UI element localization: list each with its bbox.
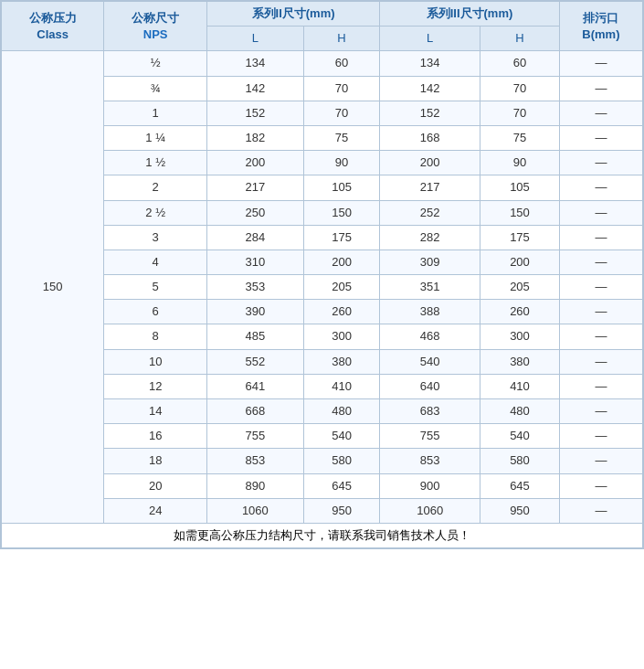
- drain-cell: —: [559, 498, 642, 523]
- s3h-cell: 75: [480, 125, 560, 150]
- data-table: 公称压力 Class 公称尺寸 NPS 系列II尺寸(mm) 系列III尺寸(m…: [1, 1, 643, 548]
- drain-cell: —: [559, 225, 642, 250]
- drain-cell: —: [559, 473, 642, 498]
- s2l-cell: 250: [206, 200, 303, 225]
- s2h-cell: 540: [303, 424, 379, 449]
- s2l-cell: 310: [206, 250, 303, 274]
- header-s3H: H: [480, 27, 560, 51]
- s3h-cell: 150: [480, 200, 560, 225]
- s2h-cell: 70: [303, 101, 379, 125]
- header-row-1: 公称压力 Class 公称尺寸 NPS 系列II尺寸(mm) 系列III尺寸(m…: [2, 2, 643, 27]
- s3h-cell: 645: [480, 473, 560, 498]
- s3h-cell: 580: [480, 449, 560, 473]
- nps-cell: ½: [104, 51, 206, 76]
- drain-cell: —: [559, 424, 642, 449]
- nps-cell: 2: [104, 175, 206, 200]
- header-s2H: H: [303, 27, 379, 51]
- s2h-cell: 260: [303, 300, 379, 324]
- nps-cell: 1 ¼: [104, 125, 206, 150]
- s2l-cell: 1060: [206, 498, 303, 523]
- nps-cell: ¾: [104, 76, 206, 101]
- s2l-cell: 755: [206, 424, 303, 449]
- s3l-cell: 388: [380, 300, 480, 324]
- header-s3L: L: [380, 27, 480, 51]
- s3l-cell: 351: [380, 275, 480, 300]
- s2h-cell: 950: [303, 498, 379, 523]
- s3l-cell: 252: [380, 200, 480, 225]
- nps-cell: 4: [104, 250, 206, 274]
- nps-cell: 6: [104, 300, 206, 324]
- nps-cell: 1 ½: [104, 151, 206, 175]
- s2h-cell: 90: [303, 151, 379, 175]
- header-nps: 公称尺寸 NPS: [104, 2, 206, 51]
- drain-cell: —: [559, 175, 642, 200]
- s3h-cell: 380: [480, 349, 560, 374]
- s3l-cell: 152: [380, 101, 480, 125]
- s3h-cell: 90: [480, 151, 560, 175]
- nps-cell: 18: [104, 449, 206, 473]
- s3l-cell: 217: [380, 175, 480, 200]
- s3l-cell: 200: [380, 151, 480, 175]
- s3l-cell: 1060: [380, 498, 480, 523]
- s2l-cell: 134: [206, 51, 303, 76]
- s2h-cell: 645: [303, 473, 379, 498]
- s2l-cell: 200: [206, 151, 303, 175]
- s2h-cell: 70: [303, 76, 379, 101]
- s3l-cell: 755: [380, 424, 480, 449]
- class-cell: 150: [2, 51, 104, 524]
- s3l-cell: 683: [380, 399, 480, 424]
- drain-cell: —: [559, 349, 642, 374]
- s2l-cell: 284: [206, 225, 303, 250]
- s3h-cell: 60: [480, 51, 560, 76]
- nps-cell: 8: [104, 324, 206, 349]
- footer-text: 如需更高公称压力结构尺寸，请联系我司销售技术人员！: [2, 523, 643, 547]
- drain-cell: —: [559, 51, 642, 76]
- s2l-cell: 182: [206, 125, 303, 150]
- s3h-cell: 260: [480, 300, 560, 324]
- s3h-cell: 200: [480, 250, 560, 274]
- drain-cell: —: [559, 76, 642, 101]
- header-s2L: L: [206, 27, 303, 51]
- table-body: 150½1346013460—¾1427014270—11527015270—1…: [2, 51, 643, 524]
- s3l-cell: 640: [380, 374, 480, 398]
- s3l-cell: 900: [380, 473, 480, 498]
- nps-cell: 24: [104, 498, 206, 523]
- s2l-cell: 217: [206, 175, 303, 200]
- s2h-cell: 150: [303, 200, 379, 225]
- drain-cell: —: [559, 399, 642, 424]
- s3h-cell: 175: [480, 225, 560, 250]
- nps-cell: 5: [104, 275, 206, 300]
- s2h-cell: 105: [303, 175, 379, 200]
- nps-cell: 20: [104, 473, 206, 498]
- s2l-cell: 485: [206, 324, 303, 349]
- s2l-cell: 390: [206, 300, 303, 324]
- s3l-cell: 168: [380, 125, 480, 150]
- drain-cell: —: [559, 125, 642, 150]
- nps-cell: 12: [104, 374, 206, 398]
- s3h-cell: 105: [480, 175, 560, 200]
- s2h-cell: 480: [303, 399, 379, 424]
- table-row: 150½1346013460—: [2, 51, 643, 76]
- nps-cell: 1: [104, 101, 206, 125]
- s3l-cell: 540: [380, 349, 480, 374]
- nps-cell: 3: [104, 225, 206, 250]
- s2h-cell: 580: [303, 449, 379, 473]
- s2h-cell: 60: [303, 51, 379, 76]
- s3h-cell: 70: [480, 76, 560, 101]
- s3h-cell: 540: [480, 424, 560, 449]
- s3l-cell: 309: [380, 250, 480, 274]
- s2h-cell: 410: [303, 374, 379, 398]
- drain-cell: —: [559, 449, 642, 473]
- s3h-cell: 205: [480, 275, 560, 300]
- s3h-cell: 410: [480, 374, 560, 398]
- drain-cell: —: [559, 250, 642, 274]
- drain-cell: —: [559, 200, 642, 225]
- nps-cell: 14: [104, 399, 206, 424]
- nps-cell: 2 ½: [104, 200, 206, 225]
- drain-cell: —: [559, 300, 642, 324]
- header-series3: 系列III尺寸(mm): [380, 2, 560, 27]
- s2l-cell: 142: [206, 76, 303, 101]
- s3l-cell: 468: [380, 324, 480, 349]
- s2h-cell: 205: [303, 275, 379, 300]
- s3l-cell: 282: [380, 225, 480, 250]
